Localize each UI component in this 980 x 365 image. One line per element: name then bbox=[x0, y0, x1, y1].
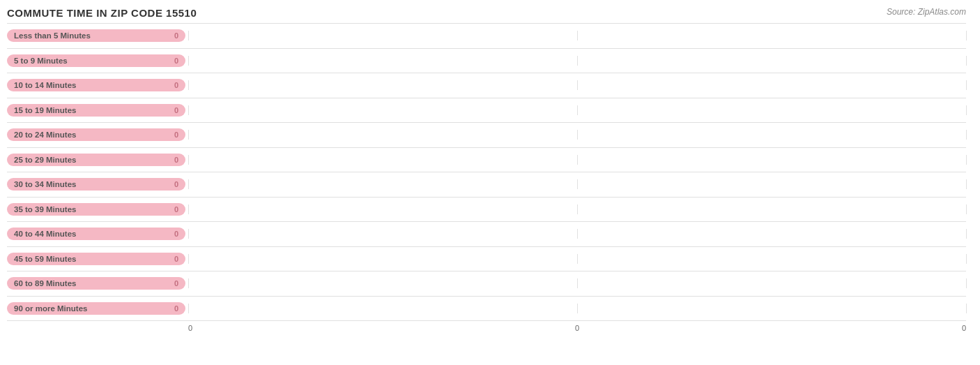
bar-label-area: 40 to 44 Minutes0 bbox=[7, 228, 188, 240]
bar-label-text: 15 to 19 Minutes bbox=[14, 106, 76, 114]
bar-value: 0 bbox=[171, 304, 178, 313]
bar-value: 0 bbox=[171, 230, 178, 238]
bar-row: 90 or more Minutes0 bbox=[7, 297, 966, 322]
bar-label-area: 25 to 29 Minutes0 bbox=[7, 154, 188, 166]
bar-label-text: 40 to 44 Minutes bbox=[14, 230, 76, 238]
bar-graph-area bbox=[188, 304, 966, 313]
bar-graph-area bbox=[188, 56, 966, 66]
bar-label-text: 60 to 89 Minutes bbox=[14, 279, 76, 288]
bar-graph-area bbox=[188, 105, 966, 115]
bar-label-area: 30 to 34 Minutes0 bbox=[7, 178, 188, 191]
chart-title: COMMUTE TIME IN ZIP CODE 15510 bbox=[7, 7, 966, 19]
bar-label-text: 35 to 39 Minutes bbox=[14, 205, 76, 214]
bar-graph-area bbox=[188, 130, 966, 140]
bar-value: 0 bbox=[171, 131, 178, 139]
bar-label-area: Less than 5 Minutes0 bbox=[7, 29, 188, 42]
bar-graph-area bbox=[188, 278, 966, 288]
bar-row: 25 to 29 Minutes0 bbox=[7, 148, 966, 173]
bar-row: 30 to 34 Minutes0 bbox=[7, 172, 966, 198]
bar-row: 35 to 39 Minutes0 bbox=[7, 198, 966, 223]
chart-container: COMMUTE TIME IN ZIP CODE 15510 Source: Z… bbox=[0, 0, 980, 365]
bar-label-area: 10 to 14 Minutes0 bbox=[7, 79, 188, 91]
bar-label-text: 20 to 24 Minutes bbox=[14, 131, 76, 139]
bar-label-area: 60 to 89 Minutes0 bbox=[7, 277, 188, 290]
bar-label-area: 15 to 19 Minutes0 bbox=[7, 104, 188, 117]
bar-label-text: 90 or more Minutes bbox=[14, 304, 87, 313]
bar-label-text: 45 to 59 Minutes bbox=[14, 255, 76, 263]
bar-value: 0 bbox=[171, 81, 178, 89]
bar-graph-area bbox=[188, 179, 966, 189]
bar-label-text: 10 to 14 Minutes bbox=[14, 81, 76, 89]
bar-value: 0 bbox=[171, 205, 178, 214]
x-axis: 000 bbox=[7, 321, 966, 332]
bar-row: 40 to 44 Minutes0 bbox=[7, 222, 966, 247]
bar-label-text: Less than 5 Minutes bbox=[14, 31, 91, 40]
bar-row: 15 to 19 Minutes0 bbox=[7, 98, 966, 124]
x-tick: 0 bbox=[962, 324, 966, 332]
x-tick: 0 bbox=[188, 324, 192, 332]
bar-graph-area bbox=[188, 80, 966, 90]
bar-row: 10 to 14 Minutes0 bbox=[7, 73, 966, 98]
bar-label-area: 35 to 39 Minutes0 bbox=[7, 203, 188, 216]
bar-row: Less than 5 Minutes0 bbox=[7, 23, 966, 49]
x-tick: 0 bbox=[575, 324, 579, 332]
bar-graph-area bbox=[188, 31, 966, 40]
bar-label-area: 20 to 24 Minutes0 bbox=[7, 128, 188, 141]
bar-value: 0 bbox=[171, 279, 178, 288]
bar-label-area: 5 to 9 Minutes0 bbox=[7, 54, 188, 67]
bar-label-text: 30 to 34 Minutes bbox=[14, 180, 76, 188]
bar-value: 0 bbox=[171, 180, 178, 188]
bar-label-text: 5 to 9 Minutes bbox=[14, 57, 68, 65]
source-label: Source: ZipAtlas.com bbox=[887, 7, 966, 17]
bar-label-text: 25 to 29 Minutes bbox=[14, 156, 76, 164]
bar-value: 0 bbox=[171, 255, 178, 263]
bar-value: 0 bbox=[171, 156, 178, 164]
bar-graph-area bbox=[188, 155, 966, 165]
bar-graph-area bbox=[188, 254, 966, 264]
bar-graph-area bbox=[188, 204, 966, 214]
bar-value: 0 bbox=[171, 106, 178, 114]
bar-value: 0 bbox=[171, 57, 178, 65]
bar-label-area: 90 or more Minutes0 bbox=[7, 302, 188, 315]
chart-area: Less than 5 Minutes05 to 9 Minutes010 to… bbox=[7, 23, 966, 332]
bar-label-area: 45 to 59 Minutes0 bbox=[7, 253, 188, 265]
bar-row: 45 to 59 Minutes0 bbox=[7, 247, 966, 272]
bar-row: 5 to 9 Minutes0 bbox=[7, 49, 966, 74]
bar-graph-area bbox=[188, 229, 966, 239]
bar-value: 0 bbox=[171, 31, 178, 40]
bar-row: 60 to 89 Minutes0 bbox=[7, 271, 966, 297]
bar-row: 20 to 24 Minutes0 bbox=[7, 123, 966, 148]
